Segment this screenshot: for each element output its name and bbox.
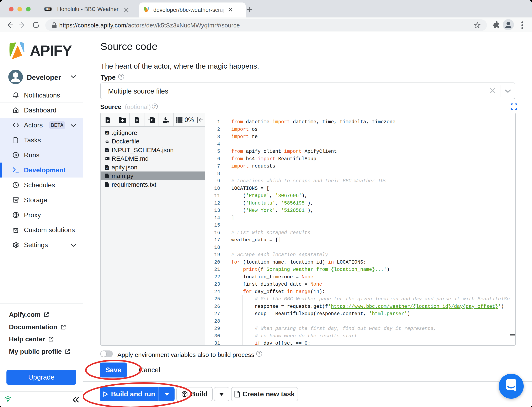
svg-text:git: git bbox=[106, 132, 108, 134]
svg-text:</>: </> bbox=[106, 167, 108, 169]
svg-text:</>: </> bbox=[106, 150, 108, 152]
